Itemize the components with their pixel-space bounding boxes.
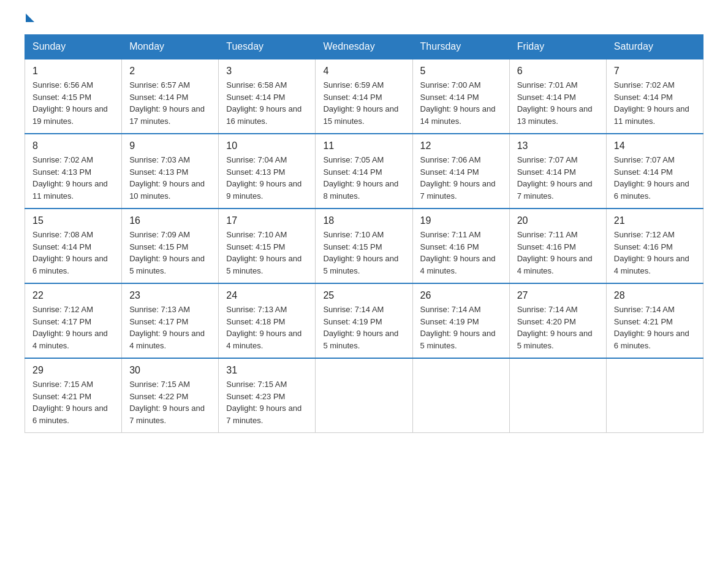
day-info: Sunrise: 7:05 AMSunset: 4:14 PMDaylight:… [323, 155, 398, 201]
calendar-body: 1 Sunrise: 6:56 AMSunset: 4:15 PMDayligh… [25, 59, 703, 433]
day-number: 30 [129, 365, 211, 376]
calendar-cell: 9 Sunrise: 7:03 AMSunset: 4:13 PMDayligh… [122, 134, 219, 209]
day-number: 17 [226, 215, 308, 226]
day-info: Sunrise: 7:15 AMSunset: 4:22 PMDaylight:… [129, 380, 205, 425]
calendar-cell: 16 Sunrise: 7:09 AMSunset: 4:15 PMDaylig… [122, 209, 219, 283]
calendar-cell: 2 Sunrise: 6:57 AMSunset: 4:14 PMDayligh… [122, 59, 219, 134]
day-info: Sunrise: 7:01 AMSunset: 4:14 PMDaylight:… [517, 80, 593, 126]
calendar-cell: 27 Sunrise: 7:14 AMSunset: 4:20 PMDaylig… [509, 283, 606, 358]
calendar-cell: 7 Sunrise: 7:02 AMSunset: 4:14 PMDayligh… [606, 59, 703, 134]
day-number: 14 [614, 140, 696, 151]
calendar-cell: 23 Sunrise: 7:13 AMSunset: 4:17 PMDaylig… [122, 283, 219, 358]
day-number: 18 [323, 215, 404, 226]
calendar-cell: 12 Sunrise: 7:06 AMSunset: 4:14 PMDaylig… [412, 134, 509, 209]
header-day-sunday: Sunday [25, 35, 122, 59]
day-info: Sunrise: 7:07 AMSunset: 4:14 PMDaylight:… [614, 155, 689, 201]
day-info: Sunrise: 7:07 AMSunset: 4:14 PMDaylight:… [517, 155, 593, 201]
calendar-cell: 17 Sunrise: 7:10 AMSunset: 4:15 PMDaylig… [219, 209, 316, 283]
day-number: 5 [420, 66, 502, 77]
day-info: Sunrise: 7:13 AMSunset: 4:17 PMDaylight:… [129, 305, 205, 350]
calendar-cell: 25 Sunrise: 7:14 AMSunset: 4:19 PMDaylig… [316, 283, 412, 358]
day-number: 4 [323, 66, 404, 77]
day-info: Sunrise: 7:02 AMSunset: 4:14 PMDaylight:… [614, 80, 689, 126]
day-info: Sunrise: 7:12 AMSunset: 4:17 PMDaylight:… [32, 305, 108, 350]
calendar-cell: 4 Sunrise: 6:59 AMSunset: 4:14 PMDayligh… [316, 59, 412, 134]
calendar-cell: 19 Sunrise: 7:11 AMSunset: 4:16 PMDaylig… [412, 209, 509, 283]
day-number: 31 [226, 365, 308, 376]
calendar-cell: 28 Sunrise: 7:14 AMSunset: 4:21 PMDaylig… [606, 283, 703, 358]
day-number: 19 [420, 215, 502, 226]
calendar-cell: 5 Sunrise: 7:00 AMSunset: 4:14 PMDayligh… [412, 59, 509, 134]
calendar-week-row: 1 Sunrise: 6:56 AMSunset: 4:15 PMDayligh… [25, 59, 703, 134]
day-info: Sunrise: 6:59 AMSunset: 4:14 PMDaylight:… [323, 80, 398, 126]
day-info: Sunrise: 7:14 AMSunset: 4:20 PMDaylight:… [517, 305, 593, 350]
calendar-cell: 21 Sunrise: 7:12 AMSunset: 4:16 PMDaylig… [606, 209, 703, 283]
calendar-cell [316, 358, 412, 433]
day-number: 23 [129, 290, 211, 301]
calendar-header-row: SundayMondayTuesdayWednesdayThursdayFrid… [25, 35, 703, 59]
day-number: 10 [226, 140, 308, 151]
day-number: 11 [323, 140, 404, 151]
calendar-cell: 15 Sunrise: 7:08 AMSunset: 4:14 PMDaylig… [25, 209, 122, 283]
day-info: Sunrise: 7:00 AMSunset: 4:14 PMDaylight:… [420, 80, 496, 126]
calendar-cell: 11 Sunrise: 7:05 AMSunset: 4:14 PMDaylig… [316, 134, 412, 209]
day-info: Sunrise: 7:13 AMSunset: 4:18 PMDaylight:… [226, 305, 301, 350]
day-info: Sunrise: 7:15 AMSunset: 4:23 PMDaylight:… [226, 380, 301, 425]
day-number: 27 [517, 290, 599, 301]
day-number: 6 [517, 66, 599, 77]
day-info: Sunrise: 6:56 AMSunset: 4:15 PMDaylight:… [32, 80, 108, 126]
day-info: Sunrise: 7:11 AMSunset: 4:16 PMDaylight:… [517, 230, 593, 275]
header-day-tuesday: Tuesday [219, 35, 316, 59]
day-info: Sunrise: 7:08 AMSunset: 4:14 PMDaylight:… [32, 230, 108, 275]
day-info: Sunrise: 7:03 AMSunset: 4:13 PMDaylight:… [129, 155, 205, 201]
calendar-header: SundayMondayTuesdayWednesdayThursdayFrid… [25, 35, 703, 59]
day-info: Sunrise: 7:11 AMSunset: 4:16 PMDaylight:… [420, 230, 496, 275]
day-info: Sunrise: 7:02 AMSunset: 4:13 PMDaylight:… [32, 155, 108, 201]
calendar-cell: 1 Sunrise: 6:56 AMSunset: 4:15 PMDayligh… [25, 59, 122, 134]
calendar-cell: 6 Sunrise: 7:01 AMSunset: 4:14 PMDayligh… [509, 59, 606, 134]
day-number: 29 [32, 365, 114, 376]
day-info: Sunrise: 7:14 AMSunset: 4:19 PMDaylight:… [420, 305, 496, 350]
header-day-friday: Friday [509, 35, 606, 59]
day-info: Sunrise: 7:14 AMSunset: 4:19 PMDaylight:… [323, 305, 398, 350]
calendar-cell: 18 Sunrise: 7:10 AMSunset: 4:15 PMDaylig… [316, 209, 412, 283]
calendar-week-row: 8 Sunrise: 7:02 AMSunset: 4:13 PMDayligh… [25, 134, 703, 209]
day-number: 20 [517, 215, 599, 226]
calendar-cell: 30 Sunrise: 7:15 AMSunset: 4:22 PMDaylig… [122, 358, 219, 433]
calendar-table: SundayMondayTuesdayWednesdayThursdayFrid… [25, 34, 703, 433]
day-number: 28 [614, 290, 696, 301]
day-info: Sunrise: 7:10 AMSunset: 4:15 PMDaylight:… [323, 230, 398, 275]
header-day-saturday: Saturday [606, 35, 703, 59]
header-day-wednesday: Wednesday [316, 35, 412, 59]
calendar-cell: 31 Sunrise: 7:15 AMSunset: 4:23 PMDaylig… [219, 358, 316, 433]
calendar-cell: 26 Sunrise: 7:14 AMSunset: 4:19 PMDaylig… [412, 283, 509, 358]
logo [25, 18, 34, 22]
day-number: 8 [32, 140, 114, 151]
calendar-week-row: 22 Sunrise: 7:12 AMSunset: 4:17 PMDaylig… [25, 283, 703, 358]
calendar-cell [509, 358, 606, 433]
day-number: 2 [129, 66, 211, 77]
page-header [25, 18, 703, 22]
day-number: 16 [129, 215, 211, 226]
day-info: Sunrise: 7:14 AMSunset: 4:21 PMDaylight:… [614, 305, 689, 350]
day-number: 15 [32, 215, 114, 226]
calendar-cell: 20 Sunrise: 7:11 AMSunset: 4:16 PMDaylig… [509, 209, 606, 283]
day-number: 25 [323, 290, 404, 301]
day-number: 3 [226, 66, 308, 77]
calendar-cell: 24 Sunrise: 7:13 AMSunset: 4:18 PMDaylig… [219, 283, 316, 358]
day-number: 24 [226, 290, 308, 301]
calendar-cell [606, 358, 703, 433]
day-number: 9 [129, 140, 211, 151]
day-info: Sunrise: 7:06 AMSunset: 4:14 PMDaylight:… [420, 155, 496, 201]
day-info: Sunrise: 7:12 AMSunset: 4:16 PMDaylight:… [614, 230, 689, 275]
calendar-cell: 8 Sunrise: 7:02 AMSunset: 4:13 PMDayligh… [25, 134, 122, 209]
day-info: Sunrise: 7:09 AMSunset: 4:15 PMDaylight:… [129, 230, 205, 275]
header-day-monday: Monday [122, 35, 219, 59]
calendar-week-row: 29 Sunrise: 7:15 AMSunset: 4:21 PMDaylig… [25, 358, 703, 433]
calendar-cell [412, 358, 509, 433]
day-number: 21 [614, 215, 696, 226]
logo-triangle-icon [26, 13, 34, 22]
day-info: Sunrise: 6:57 AMSunset: 4:14 PMDaylight:… [129, 80, 205, 126]
day-number: 13 [517, 140, 599, 151]
calendar-cell: 13 Sunrise: 7:07 AMSunset: 4:14 PMDaylig… [509, 134, 606, 209]
